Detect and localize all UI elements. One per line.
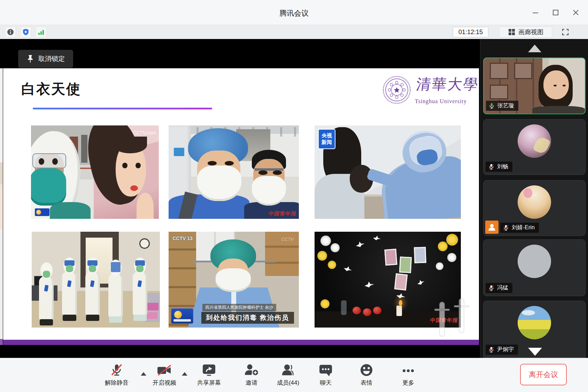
title-underline <box>33 108 212 109</box>
toolbar-button-label: 更多 <box>402 379 414 387</box>
toolbar-button-label: 邀请 <box>246 379 257 387</box>
maximize-button[interactable] <box>550 7 562 18</box>
cctv13-watermark: CCTV 13 <box>172 236 193 241</box>
caption-role-text: 四川省第四人民医院肿瘤科护士 佘沙 <box>202 304 276 311</box>
toolbar-button-icon <box>280 362 296 377</box>
members-icon <box>280 363 296 377</box>
meeting-timer: 01:12:15 <box>453 27 488 37</box>
toolbar-button-chat[interactable]: 聊天 <box>304 362 347 390</box>
news-program-logo <box>171 308 193 324</box>
info-icon <box>7 28 14 36</box>
university-name-en: Tsinghua University <box>415 98 467 105</box>
cctv-watermark-faint: CCTV <box>281 237 294 242</box>
toolbar-button-label: 表情 <box>361 379 372 387</box>
tsinghua-logo-block: 清華大學 Tsinghua University <box>379 72 477 111</box>
photo1-left-nurse <box>31 125 94 219</box>
toolbar-button-label: 成员(44) <box>277 379 299 387</box>
chat-icon <box>318 364 333 377</box>
china-youth-daily-watermark: 中国青年报 <box>268 210 297 217</box>
toolbar-button-share-screen[interactable]: 共享屏幕 <box>187 362 231 390</box>
shared-screen-slide: 白衣天使 清華大學 Tsinghua University <box>3 68 479 345</box>
close-icon <box>572 9 580 16</box>
minimize-button[interactable] <box>529 7 541 18</box>
toolbar-button-more[interactable]: 更多 <box>387 362 430 390</box>
fullscreen-icon <box>561 28 570 36</box>
participant-name-tag: 刘畅 <box>486 162 512 172</box>
titlebar: 腾讯会议 <box>0 0 588 25</box>
tsinghua-seal-icon <box>382 75 411 105</box>
meeting-info-button[interactable] <box>5 26 16 38</box>
fullscreen-button[interactable] <box>558 27 572 37</box>
close-button[interactable] <box>570 7 582 18</box>
toolbar-button-icon <box>359 362 373 377</box>
participant-name-tag: 冯猛 <box>486 283 512 293</box>
more-icon <box>401 363 416 377</box>
cctv-news-badge: 央视 新闻 <box>318 129 335 149</box>
avatar <box>518 185 551 219</box>
participant-tile[interactable]: 刘畅 <box>483 119 586 175</box>
leave-meeting-button[interactable]: 离开会议 <box>520 364 567 385</box>
participant-tile[interactable]: 冯猛 <box>483 239 586 296</box>
mic-muted-icon <box>503 224 509 231</box>
slide-footer-bar <box>3 340 479 345</box>
meeting-status-icons <box>5 26 47 38</box>
scroll-down-arrow[interactable] <box>528 348 542 356</box>
gallery-view-label: 画廊视图 <box>518 28 543 36</box>
host-badge-icon <box>485 221 498 234</box>
top-toolbar: 01:12:15 画廊视图 <box>0 25 588 39</box>
toolbar-button-label: 聊天 <box>320 379 332 387</box>
toolbar-button-start-video[interactable]: 开启视频 <box>143 362 186 390</box>
participant-name: 冯猛 <box>497 284 508 292</box>
toolbar-button-icon <box>244 362 259 377</box>
mic-muted-icon <box>488 346 495 353</box>
bottom-toolbar: 解除静音 开启视频 共享屏幕 邀请 成员(44) 聊天 表情 更多 离开会议 <box>0 358 588 392</box>
participant-name-tag: 张艺璇 <box>486 101 518 111</box>
toolbar-button-members[interactable]: 成员(44) <box>266 362 310 390</box>
photo-nurse-and-selfie: CCTV.com <box>31 125 159 219</box>
news-channel-badge <box>35 208 49 216</box>
cancel-pin-label: 取消锁定 <box>38 54 65 63</box>
university-name-cn: 清華大學 <box>415 75 477 94</box>
toolbar-button-label: 解除静音 <box>105 379 129 387</box>
video-options-caret[interactable] <box>182 372 187 376</box>
caption-main-text: 到处给我们消毒 救治伤员 <box>201 312 294 324</box>
participant-name: 尹炯宇 <box>497 346 514 353</box>
toolbar-button-icon <box>318 362 333 377</box>
participant-name: 刘畅 <box>497 163 508 170</box>
screen-share-icon <box>201 363 217 377</box>
minimize-icon <box>532 9 539 16</box>
invite-icon <box>244 363 259 377</box>
toolbar-button-unmute[interactable]: 解除静音 <box>95 362 138 390</box>
mic-active-icon <box>488 102 495 109</box>
slide-title: 白衣天使 <box>21 79 81 99</box>
participant-name-tag: 尹炯宇 <box>486 345 518 355</box>
toolbar-button-label: 共享屏幕 <box>197 379 221 387</box>
background-window-sliver <box>0 68 3 345</box>
participants-sidebar: 张艺璇 刘畅 <box>480 39 588 358</box>
scroll-up-arrow[interactable] <box>528 45 541 52</box>
photo-cctv-news-doctor: 央视 新闻 <box>315 125 461 219</box>
window-title: 腾讯会议 <box>0 8 588 18</box>
security-shield-button[interactable] <box>20 26 31 38</box>
toolbar-button-label: 开启视频 <box>153 379 176 387</box>
gallery-view-button[interactable]: 画廊视图 <box>499 26 552 38</box>
photo-nurse-interview: CCTV 13 CCTV 四川省第四人民医院肿瘤科护士 佘沙 到处给我们消毒 救… <box>169 232 299 328</box>
tencent-meeting-window: 腾讯会议 <box>0 0 588 392</box>
network-quality-button[interactable] <box>36 26 47 38</box>
emoji-icon <box>359 363 373 377</box>
cctv-watermark: CCTV.com <box>133 130 156 136</box>
avatar <box>518 245 551 278</box>
photo-two-medics-selfie: 中国青年报 <box>169 125 299 219</box>
cancel-pin-button[interactable]: 取消锁定 <box>18 50 73 68</box>
avatar <box>518 306 551 339</box>
participant-tile[interactable]: 刘婧-Erin <box>483 180 586 236</box>
photo-medical-team-ppe <box>32 232 160 328</box>
mic-options-caret[interactable] <box>141 372 146 376</box>
participant-name-tag: 刘婧-Erin <box>500 223 539 233</box>
participant-name: 张艺璇 <box>497 102 514 109</box>
participant-tile[interactable]: 张艺璇 <box>483 57 586 114</box>
photo1-right-portrait: CCTV.com <box>94 125 159 219</box>
main-area: 白衣天使 清華大學 Tsinghua University <box>0 39 588 358</box>
decorative-column-sketch <box>436 297 474 339</box>
toolbar-button-emoji[interactable]: 表情 <box>345 362 388 390</box>
